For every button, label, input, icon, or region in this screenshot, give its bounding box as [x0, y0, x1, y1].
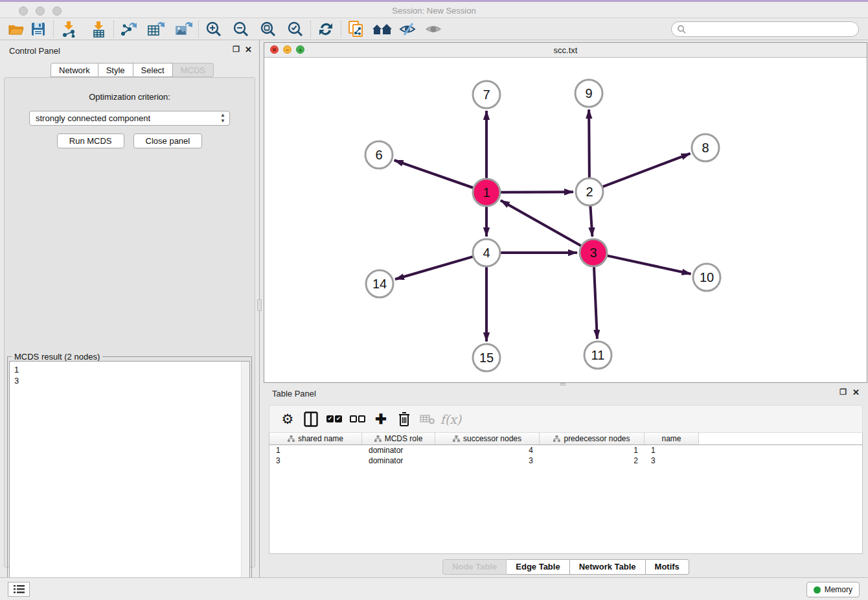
edge-3-10[interactable]	[607, 256, 691, 274]
node-3[interactable]: 3	[580, 239, 607, 266]
import-table-button[interactable]	[87, 19, 109, 39]
deselect-all-rows-button[interactable]	[346, 408, 369, 430]
node-4[interactable]: 4	[473, 239, 500, 266]
split-table-button[interactable]	[299, 408, 323, 430]
node-14[interactable]: 14	[366, 270, 393, 297]
network-frame-title: scc.txt	[264, 45, 867, 55]
edge-3-1[interactable]	[501, 200, 581, 246]
table-cell[interactable]: 1	[540, 445, 645, 456]
node-15[interactable]: 15	[473, 344, 500, 371]
window-titlebar: Session: New Session	[0, 0, 868, 18]
save-session-button[interactable]	[27, 19, 49, 39]
node-2[interactable]: 2	[576, 178, 603, 205]
search-input[interactable]	[689, 25, 858, 34]
column-type-icon	[553, 435, 560, 442]
criterion-select[interactable]: strongly connected component ▲▼	[29, 111, 230, 126]
edge-2-8[interactable]	[603, 154, 691, 187]
zoom-out-button[interactable]	[230, 19, 252, 39]
column-header-name[interactable]: name	[645, 433, 699, 444]
column-header-shared-name[interactable]: shared name	[269, 433, 362, 444]
delete-table-icon	[420, 413, 435, 425]
table-cell[interactable]: 2	[540, 456, 645, 466]
column-type-icon	[453, 435, 460, 442]
export-network-button[interactable]	[118, 19, 140, 39]
edge-2-9[interactable]	[589, 110, 589, 178]
svg-text:15: 15	[479, 351, 494, 365]
export-table-button[interactable]	[145, 19, 167, 39]
edge-3-11[interactable]	[594, 267, 597, 339]
vertical-splitter-grip[interactable]	[257, 299, 262, 311]
zoom-selected-button[interactable]	[284, 19, 306, 39]
network-canvas[interactable]: 7968124314101511	[265, 58, 867, 382]
status-bar: Memory	[0, 577, 868, 600]
network-frame-titlebar[interactable]: ✕ − ＋ scc.txt	[264, 43, 867, 58]
node-9[interactable]: 9	[575, 80, 602, 107]
float-table-panel-icon[interactable]: ❐	[839, 387, 847, 397]
import-network-button[interactable]	[58, 19, 80, 39]
svg-text:6: 6	[375, 148, 382, 162]
checked-box-icon: ✔	[335, 415, 342, 422]
search-field[interactable]	[671, 21, 859, 37]
apply-layout-button[interactable]	[315, 19, 337, 39]
close-panel-icon[interactable]: ✕	[245, 45, 252, 54]
node-6[interactable]: 6	[365, 141, 393, 168]
column-header-MCDS-role[interactable]: MCDS role	[362, 433, 435, 444]
tab-network-table[interactable]: Network Table	[570, 559, 646, 575]
open-file-button[interactable]	[5, 19, 27, 39]
table-cell[interactable]: 1	[645, 445, 699, 456]
float-panel-icon[interactable]: ❐	[233, 45, 240, 54]
function-builder-button[interactable]: f(x)	[439, 408, 463, 430]
table-row[interactable]: 3dominator323	[269, 456, 862, 466]
table-cell[interactable]: dominator	[362, 456, 435, 466]
table-cell[interactable]: 3	[269, 456, 362, 466]
memory-button[interactable]: Memory	[806, 582, 860, 597]
zoom-fit-button[interactable]	[257, 19, 279, 39]
edge-2-3[interactable]	[590, 206, 592, 237]
table-cell[interactable]: 4	[435, 445, 540, 456]
hide-selected-button[interactable]	[397, 19, 419, 39]
tab-select[interactable]: Select	[133, 63, 173, 77]
node-8[interactable]: 8	[692, 134, 719, 161]
edge-4-14[interactable]	[395, 257, 473, 279]
tab-mcds[interactable]: MCDS	[173, 63, 214, 77]
table-cell[interactable]: 1	[269, 445, 362, 456]
result-scrollbar[interactable]	[241, 362, 249, 600]
show-all-button[interactable]	[423, 19, 445, 39]
trash-icon	[398, 411, 411, 427]
table-settings-button[interactable]: ⚙	[276, 408, 299, 430]
node-1[interactable]: 1	[473, 179, 500, 206]
svg-text:7: 7	[483, 87, 490, 102]
table-cell[interactable]: 3	[645, 456, 699, 466]
node-7[interactable]: 7	[473, 81, 500, 108]
add-column-button[interactable]: ✚	[369, 408, 393, 430]
edge-1-6[interactable]	[394, 160, 474, 187]
run-mcds-button[interactable]: Run MCDS	[57, 133, 124, 148]
node-10[interactable]: 10	[693, 264, 720, 291]
houses-icon	[371, 21, 393, 37]
zoom-in-button[interactable]	[203, 19, 225, 39]
first-neighbors-button[interactable]	[371, 19, 393, 39]
tab-edge-table[interactable]: Edge Table	[507, 559, 569, 575]
close-panel-button[interactable]: Close panel	[133, 133, 203, 148]
table-cell[interactable]: 3	[435, 456, 540, 466]
node-11[interactable]: 11	[584, 341, 611, 369]
mcds-result-list[interactable]: 13	[9, 361, 250, 600]
export-image-button[interactable]	[172, 19, 194, 39]
delete-table-button[interactable]	[416, 408, 439, 430]
select-all-rows-button[interactable]: ✔✔	[323, 408, 346, 430]
column-header-successor-nodes[interactable]: successor nodes	[435, 433, 540, 444]
table-panel: Table Panel ❐ ✕ ⚙ ✔✔ ✚ f(x) shared nameM…	[264, 386, 868, 575]
eye-slash-icon	[398, 21, 418, 37]
new-network-from-selection-button[interactable]	[345, 19, 367, 39]
table-row[interactable]: 1dominator411	[269, 445, 862, 456]
task-history-button[interactable]	[8, 582, 30, 597]
tab-network[interactable]: Network	[51, 63, 98, 77]
delete-columns-button[interactable]	[393, 408, 416, 430]
tab-style[interactable]: Style	[98, 63, 133, 77]
table-cell[interactable]: dominator	[362, 445, 435, 456]
column-header-predecessor-nodes[interactable]: predecessor nodes	[540, 433, 645, 444]
tab-motifs[interactable]: Motifs	[646, 559, 689, 575]
tab-node-table[interactable]: Node Table	[442, 559, 507, 575]
edge-1-2[interactable]	[501, 192, 573, 192]
close-table-panel-icon[interactable]: ✕	[852, 387, 860, 397]
